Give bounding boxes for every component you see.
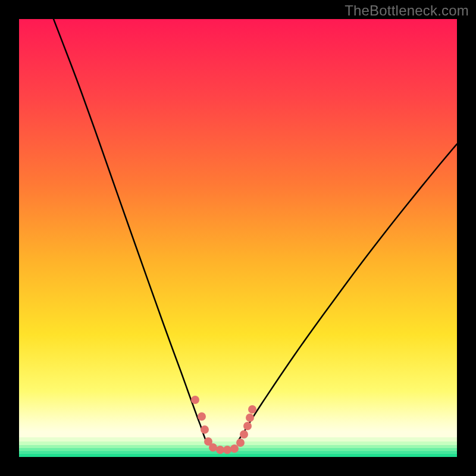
trough-dot xyxy=(243,422,252,430)
trough-dot xyxy=(248,405,256,414)
watermark-text: TheBottleneck.com xyxy=(345,2,469,19)
chart-frame: TheBottleneck.com xyxy=(0,0,476,476)
trough-dot xyxy=(223,446,231,454)
trough-dot xyxy=(240,430,248,439)
trough-dot xyxy=(209,443,217,452)
plot-area xyxy=(19,19,457,457)
right-curve-path xyxy=(239,144,457,439)
trough-dot xyxy=(216,446,224,454)
left-curve-path xyxy=(54,19,205,439)
trough-dot xyxy=(236,439,245,447)
chart-svg xyxy=(19,19,457,457)
trough-dot xyxy=(246,414,254,422)
trough-dot xyxy=(191,396,199,404)
trough-dot xyxy=(230,444,239,453)
trough-dot xyxy=(201,425,209,434)
trough-dot xyxy=(198,412,206,421)
